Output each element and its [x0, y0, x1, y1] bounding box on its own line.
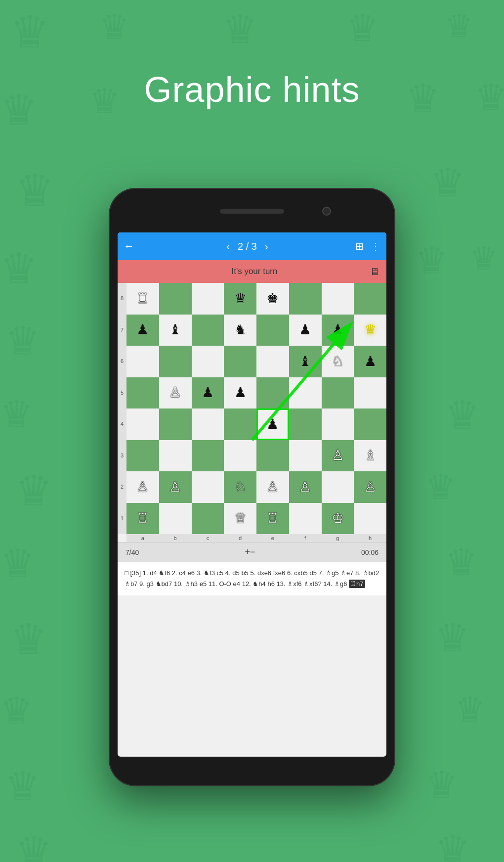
cell-g8[interactable] [322, 283, 354, 315]
cell-b1[interactable] [159, 503, 192, 535]
cell-g5[interactable] [322, 377, 354, 409]
cell-e4[interactable]: ♟ [256, 408, 289, 440]
cell-e6[interactable] [256, 346, 289, 377]
cell-d6[interactable] [224, 346, 256, 377]
cell-e5[interactable] [256, 377, 289, 409]
cell-e7[interactable] [256, 315, 289, 346]
nav-counter: 2 / 3 [238, 241, 257, 252]
cell-a5[interactable] [126, 377, 159, 409]
phone-camera [322, 207, 331, 216]
rank-7: 7 [120, 327, 125, 333]
cell-f2[interactable]: ♙ [289, 471, 322, 503]
cell-f3[interactable] [289, 440, 322, 472]
cell-a6[interactable] [126, 346, 159, 377]
cell-b4[interactable] [159, 408, 192, 440]
cell-c8[interactable] [192, 283, 224, 315]
cell-a3[interactable] [126, 440, 159, 472]
file-a: a [126, 535, 159, 541]
phone-screen: ← ‹ 2 / 3 › ⊞ ⋮ It's your turn 🖥 8 [118, 232, 386, 757]
cell-a1[interactable]: ♖ [126, 503, 159, 535]
rank-3: 3 [120, 453, 125, 458]
cell-b6[interactable] [159, 346, 192, 377]
cell-g1[interactable]: ♔ [322, 503, 354, 535]
black-piece: ♟ [299, 323, 311, 337]
cell-h5[interactable] [354, 377, 386, 409]
cell-d1[interactable]: ♕ [224, 503, 256, 535]
cell-c3[interactable] [192, 440, 224, 472]
cell-a2[interactable]: ♙ [126, 471, 159, 503]
cell-f6[interactable]: ♝ [289, 346, 322, 377]
cell-h7[interactable]: ♛ [354, 315, 386, 346]
cell-h4[interactable] [354, 408, 386, 440]
cell-e2[interactable]: ♙ [256, 471, 289, 503]
back-button[interactable]: ← [124, 240, 134, 253]
rank-6: 6 [120, 359, 125, 364]
grid-view-button[interactable]: ⊞ [355, 240, 364, 252]
black-piece: ♚ [266, 292, 279, 306]
cell-f1[interactable] [289, 503, 322, 535]
cell-a8[interactable]: ♜ [126, 283, 159, 315]
cell-f5[interactable] [289, 377, 322, 409]
cell-f8[interactable] [289, 283, 322, 315]
pgn-notation: □ [35] 1. d4 ♞f6 2. c4 e6 3. ♞f3 c5 4. d… [125, 569, 379, 588]
file-b: b [159, 535, 192, 541]
cell-c6[interactable] [192, 346, 224, 377]
zoom-controls[interactable]: +− [245, 547, 255, 557]
cell-d8[interactable]: ♛ [224, 283, 256, 315]
cell-g4[interactable] [322, 408, 354, 440]
cell-g6[interactable]: ♘ [322, 346, 354, 377]
white-piece: ♘ [234, 480, 247, 494]
app-bar-actions: ⊞ ⋮ [355, 240, 380, 252]
rank-5: 5 [120, 390, 125, 396]
cell-c2[interactable] [192, 471, 224, 503]
cell-e3[interactable] [256, 440, 289, 472]
file-labels: a b c d e f g h [126, 534, 386, 542]
cell-h8[interactable] [354, 283, 386, 315]
cell-d5[interactable]: ♟ [224, 377, 256, 409]
cell-c7[interactable] [192, 315, 224, 346]
white-piece: ♙ [266, 480, 279, 494]
cell-g2[interactable] [322, 471, 354, 503]
cell-b7[interactable]: ♝ [159, 315, 192, 346]
file-d: d [224, 535, 256, 541]
cell-c4[interactable] [192, 408, 224, 440]
white-piece: ♔ [332, 511, 344, 525]
cell-h3[interactable]: ♗ [354, 440, 386, 472]
white-piece: ♗ [364, 449, 377, 462]
cell-d3[interactable] [224, 440, 256, 472]
cell-c1[interactable] [192, 503, 224, 535]
cell-e8[interactable]: ♚ [256, 283, 289, 315]
black-piece: ♟ [266, 417, 279, 431]
white-piece: ♕ [234, 511, 247, 525]
black-piece: ♟ [136, 323, 149, 337]
cell-a4[interactable] [126, 408, 159, 440]
cell-h1[interactable] [354, 503, 386, 535]
black-piece: ♝ [169, 323, 181, 337]
cell-h2[interactable]: ♙ [354, 471, 386, 503]
nav-prev-button[interactable]: ‹ [226, 241, 230, 252]
cell-b3[interactable] [159, 440, 192, 472]
cell-b5[interactable]: ♙ [159, 377, 192, 409]
cell-d4[interactable] [224, 408, 256, 440]
timer: 00:06 [361, 548, 378, 556]
cell-c5[interactable]: ♟ [192, 377, 224, 409]
white-piece: ♖ [136, 511, 149, 525]
nav-next-button[interactable]: › [265, 241, 268, 252]
notation-area: □ [35] 1. d4 ♞f6 2. c4 e6 3. ♞f3 c5 4. d… [118, 562, 386, 595]
move-counter: 7/40 [126, 548, 139, 556]
cell-d7[interactable]: ♞ [224, 315, 256, 346]
cell-g3[interactable]: ♙ [322, 440, 354, 472]
cell-d2[interactable]: ♘ [224, 471, 256, 503]
cell-g7[interactable]: ♟ [322, 315, 354, 346]
more-options-button[interactable]: ⋮ [371, 240, 380, 252]
file-f: f [289, 535, 322, 541]
cell-b2[interactable]: ♙ [159, 471, 192, 503]
cell-a7[interactable]: ♟ [126, 315, 159, 346]
chess-board: ♜♛♚♟♝♞♟♟♛♝♘♟♙♟♟♟♙♗♙♙♘♙♙♙♖♕♖♔ [126, 283, 386, 534]
cell-f7[interactable]: ♟ [289, 315, 322, 346]
cell-h6[interactable]: ♟ [354, 346, 386, 377]
cell-f4[interactable] [289, 408, 322, 440]
cell-b8[interactable] [159, 283, 192, 315]
white-piece: ♙ [169, 386, 181, 400]
cell-e1[interactable]: ♖ [256, 503, 289, 535]
